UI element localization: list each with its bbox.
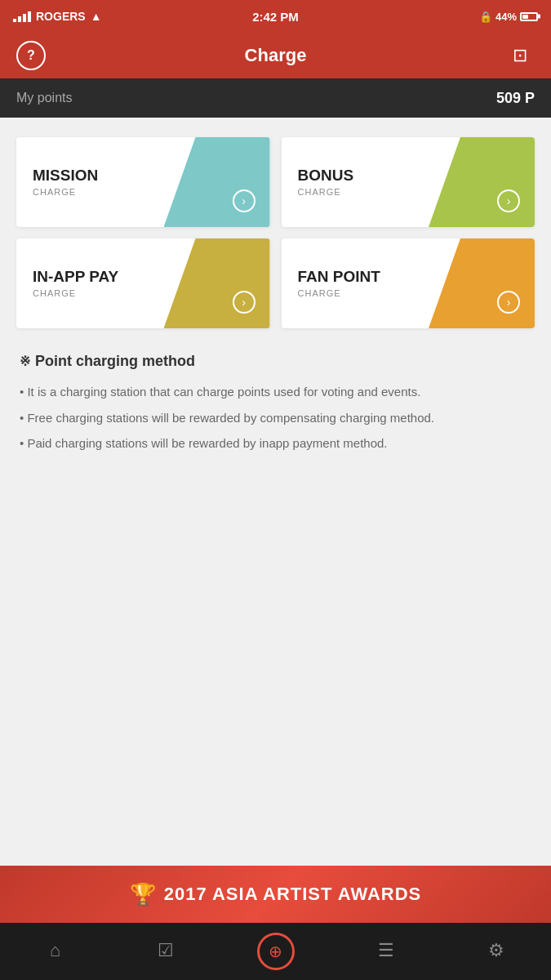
checkin-icon: ☑	[158, 940, 174, 961]
asterisk-icon: ※	[20, 354, 30, 369]
main-content: MISSION CHARGE › BONUS CHARGE › IN-APP P…	[0, 118, 551, 475]
status-time: 2:42 PM	[252, 10, 299, 24]
nav-list[interactable]: ☰	[331, 923, 441, 980]
help-button[interactable]: ?	[16, 41, 46, 70]
inapp-card[interactable]: IN-APP PAY CHARGE ›	[16, 238, 270, 328]
info-title: ※ Point charging method	[20, 353, 531, 370]
points-bar: My points 509 P	[0, 78, 551, 118]
inapp-card-subtitle: CHARGE	[33, 288, 254, 298]
bonus-card-arrow: ›	[497, 189, 520, 212]
nav-charge[interactable]: ⊕	[220, 923, 331, 980]
nav-checkin[interactable]: ☑	[110, 923, 220, 980]
charge-icon: ⊕	[257, 933, 295, 970]
points-value: 509 P	[496, 90, 535, 107]
info-section: ※ Point charging method • It is a chargi…	[16, 353, 535, 454]
settings-icon: ⚙	[488, 940, 504, 961]
inapp-card-text: IN-APP PAY CHARGE	[16, 256, 270, 311]
banner-text: 2017 ASIA ARTIST AWARDS	[164, 884, 422, 905]
cards-grid: MISSION CHARGE › BONUS CHARGE › IN-APP P…	[16, 137, 535, 328]
status-bar: ROGERS ▲ 2:42 PM 🔒 44%	[0, 0, 551, 33]
list-icon: ☰	[378, 940, 394, 961]
carrier-label: ROGERS	[36, 10, 86, 23]
fanpoint-card[interactable]: FAN POINT CHARGE ›	[282, 238, 535, 328]
bonus-card-title: BONUS	[298, 167, 519, 185]
home-icon: ⌂	[50, 940, 60, 961]
lock-icon: 🔒	[479, 11, 492, 23]
inapp-card-title: IN-APP PAY	[33, 269, 254, 286]
fanpoint-card-subtitle: CHARGE	[298, 288, 519, 298]
fanpoint-card-arrow: ›	[497, 291, 520, 314]
wifi-icon: ▲	[91, 10, 102, 23]
mission-card-title: MISSION	[33, 167, 254, 185]
info-title-text: Point charging method	[35, 353, 195, 370]
nav-home[interactable]: ⌂	[0, 923, 110, 980]
nav-bar: ? Charge ⊡	[0, 33, 551, 78]
bonus-card[interactable]: BONUS CHARGE ›	[282, 137, 535, 227]
battery-icon	[520, 12, 538, 21]
help-icon: ?	[27, 48, 35, 63]
banner: 🏆 2017 ASIA ARTIST AWARDS	[0, 866, 551, 923]
points-label: My points	[16, 91, 72, 105]
battery-percent: 44%	[495, 11, 517, 23]
mission-card-subtitle: CHARGE	[33, 187, 254, 197]
page-title: Charge	[245, 45, 307, 66]
info-body: • It is a charging station that can char…	[20, 381, 531, 454]
nav-settings[interactable]: ⚙	[441, 923, 551, 980]
inapp-card-arrow: ›	[233, 291, 256, 314]
mission-card[interactable]: MISSION CHARGE ›	[16, 137, 270, 227]
signal-icon	[13, 11, 31, 22]
bonus-card-subtitle: CHARGE	[298, 187, 519, 197]
mission-card-arrow: ›	[233, 189, 256, 212]
info-bullet-2: • Free charging stations will be rewarde…	[20, 408, 531, 429]
info-bullet-1: • It is a charging station that can char…	[20, 381, 531, 403]
fanpoint-card-title: FAN POINT	[298, 269, 519, 286]
chat-icon: ⊡	[513, 45, 527, 66]
status-left: ROGERS ▲	[13, 10, 102, 23]
status-right: 🔒 44%	[479, 11, 538, 23]
info-bullet-3: • Paid charging stations will be rewarde…	[20, 433, 531, 454]
trophy-icon: 🏆	[130, 882, 156, 907]
mission-card-text: MISSION CHARGE	[16, 154, 270, 210]
chat-button[interactable]: ⊡	[505, 41, 535, 70]
bottom-nav: ⌂ ☑ ⊕ ☰ ⚙	[0, 923, 551, 980]
